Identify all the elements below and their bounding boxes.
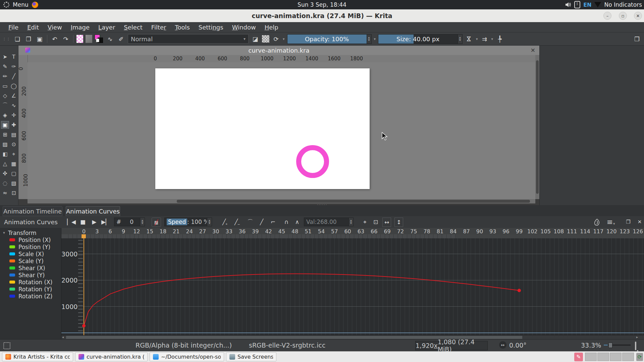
calligraphy-tool[interactable]: ✑ — [10, 63, 18, 70]
canvas-viewport[interactable] — [28, 62, 535, 199]
add-keyframe-icon[interactable]: ╱＋ — [220, 218, 228, 226]
gradient-tool[interactable]: ▤ — [10, 131, 18, 138]
channel-row-scale-x-[interactable]: Scale (X) — [0, 250, 61, 257]
workspace-3[interactable] — [610, 353, 622, 361]
frame-tick-24[interactable]: 24 — [186, 228, 193, 234]
color-sampler-tool[interactable]: ⊙ — [10, 140, 18, 148]
frame-tick-93[interactable]: 93 — [489, 228, 496, 234]
freehand-select-tool[interactable]: ≈ — [1, 189, 9, 197]
scroll-right-icon[interactable]: ▸ — [636, 335, 638, 339]
menu-item-settings[interactable]: Settings — [195, 24, 227, 31]
frame-tick-9[interactable]: 9 — [122, 228, 125, 234]
frame-tick-87[interactable]: 87 — [463, 228, 470, 234]
zoom-value[interactable]: 33.3% — [581, 342, 601, 349]
transform-tool[interactable]: ▣ — [1, 121, 9, 129]
next-keyframe-button[interactable]: ▶▏ — [101, 218, 110, 226]
system-clock[interactable]: Sun 3 Sep, 18:44 — [298, 0, 346, 9]
frame-tick-30[interactable]: 30 — [212, 228, 219, 234]
current-frame-spinbox[interactable]: #0▲▼ — [114, 218, 145, 226]
channel-row-rotation-y-[interactable]: Rotation (Y) — [0, 286, 61, 293]
menu-item-filter[interactable]: Filter — [148, 24, 170, 31]
indicator-status-text[interactable]: No Indicators — [604, 1, 642, 8]
system-menu-button[interactable]: Menu — [13, 1, 29, 8]
monitor-profile-icon[interactable] — [635, 342, 636, 350]
frame-tick-69[interactable]: 69 — [384, 228, 390, 234]
polygonal-select-tool[interactable]: ▧ — [10, 179, 18, 187]
crop-tool[interactable]: ⊞ — [1, 131, 9, 138]
open-document-button[interactable]: ❐ — [24, 35, 33, 43]
canvas[interactable] — [155, 68, 370, 189]
frame-tick-72[interactable]: 72 — [397, 228, 404, 234]
menu-item-help[interactable]: Help — [261, 24, 282, 31]
frame-tick-60[interactable]: 60 — [344, 228, 351, 234]
zoom-fit-curve-icon[interactable]: ⌖ — [361, 218, 369, 226]
freehand-brush-tool[interactable]: ✏ — [1, 72, 9, 80]
taskbar-button-3[interactable]: ~/Documents/open-so... — [150, 352, 224, 361]
keyframe-point-frame-0[interactable] — [82, 324, 86, 327]
minimize-button[interactable]: – — [603, 12, 611, 20]
curve-editor-area[interactable]: 100020003000 — [61, 238, 644, 335]
toolbar-drag-handle[interactable]: ⋮⋮ — [3, 37, 11, 41]
ellipse-tool[interactable]: ◯ — [10, 82, 18, 90]
menu-item-layer[interactable]: Layer — [95, 24, 119, 31]
frame-tick-0[interactable]: 0 — [82, 228, 86, 234]
frame-number-ruler[interactable]: 0369121518212427303336394245485154576063… — [61, 228, 644, 234]
document-tab[interactable]: curve-animation.kra ✕ — [18, 46, 539, 55]
chevron-down-icon[interactable]: ▾ — [491, 37, 493, 41]
workspace-2[interactable] — [597, 353, 609, 361]
distro-logo-icon[interactable] — [3, 2, 9, 8]
channel-row-position-x-[interactable]: Position (X) — [0, 236, 61, 243]
pattern-tool[interactable]: ▨ — [1, 140, 9, 148]
new-document-button[interactable]: ❏ — [13, 35, 22, 43]
firefox-icon[interactable] — [32, 2, 38, 8]
ease-out-icon[interactable]: ∧ — [293, 218, 301, 226]
rotation-value[interactable]: 0.00° — [509, 342, 527, 349]
show-dockers-icon[interactable]: ❐ — [633, 35, 641, 43]
frame-tick-15[interactable]: 15 — [146, 228, 153, 234]
frame-tick-117[interactable]: 117 — [593, 228, 604, 234]
polyline-tool[interactable]: ∠ — [10, 92, 18, 100]
frame-tick-108[interactable]: 108 — [554, 228, 564, 234]
frame-tick-78[interactable]: 78 — [423, 228, 430, 234]
line-tool[interactable]: ╱ — [10, 72, 18, 80]
frame-tick-114[interactable]: 114 — [580, 228, 590, 234]
multibrush-tool[interactable]: ✛ — [10, 111, 18, 119]
zoom-horizontal-icon[interactable]: ↔ — [382, 218, 391, 227]
taskbar-button-4[interactable]: Save Screenshot — [226, 352, 276, 361]
freehand-path-tool[interactable]: ∿ — [10, 102, 18, 109]
frame-tick-21[interactable]: 21 — [173, 228, 179, 234]
frame-tick-6[interactable]: 6 — [109, 228, 112, 234]
frame-tick-27[interactable]: 27 — [199, 228, 206, 234]
curve-horizontal-scrollbar[interactable]: ◂ ▸ — [61, 335, 644, 339]
rectangular-select-tool[interactable]: ▢ — [10, 170, 18, 177]
foreground-background-color[interactable] — [95, 35, 103, 43]
tab-animation-timeline[interactable]: Animation Timeline — [3, 206, 62, 216]
zoom-vertical-icon[interactable]: ↕ — [394, 218, 403, 227]
channel-row-position-y-[interactable]: Position (Y) — [0, 243, 61, 250]
frame-tick-45[interactable]: 45 — [278, 228, 285, 234]
frame-tick-99[interactable]: 99 — [516, 228, 523, 234]
assistants-tool[interactable]: ⌖ — [10, 150, 18, 158]
select-shapes-tool[interactable]: ➤ — [1, 53, 9, 61]
channel-row-rotation-x-[interactable]: Rotation (X) — [0, 279, 61, 286]
frame-tick-96[interactable]: 96 — [502, 228, 509, 234]
frame-tick-63[interactable]: 63 — [358, 228, 364, 234]
frame-tick-33[interactable]: 33 — [225, 228, 232, 234]
onion-skin-icon[interactable] — [594, 219, 600, 226]
mirror-view-icon[interactable]: ⋈ — [465, 35, 474, 43]
menu-item-tools[interactable]: Tools — [171, 24, 193, 31]
measure-tool[interactable]: △ — [1, 160, 9, 168]
keyboard-layout-indicator[interactable]: EN — [583, 2, 591, 8]
frame-tick-66[interactable]: 66 — [371, 228, 377, 234]
chevron-down-icon[interactable]: ▾ — [283, 37, 285, 41]
keyframe-point-frame-99[interactable] — [518, 289, 521, 292]
frame-tick-18[interactable]: 18 — [160, 228, 166, 234]
frame-tick-123[interactable]: 123 — [620, 228, 630, 234]
reload-preset-button[interactable]: ⟳ — [272, 35, 280, 43]
chevron-down-icon[interactable]: ▾ — [374, 37, 376, 41]
eraser-mode-button[interactable]: ◪ — [251, 35, 260, 43]
frame-tick-126[interactable]: 126 — [633, 228, 643, 234]
preserve-alpha-button[interactable] — [262, 35, 269, 43]
trash-applet-icon[interactable]: ⟳ — [636, 353, 643, 361]
fill-tool[interactable]: ◧ — [1, 150, 9, 158]
